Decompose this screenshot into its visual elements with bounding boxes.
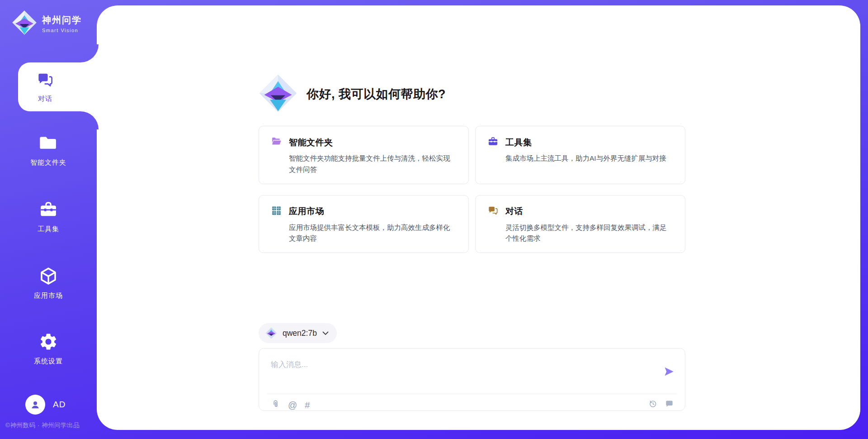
user-account[interactable]: AD <box>25 395 66 415</box>
composer-divider <box>267 394 677 394</box>
brand-name: 神州问学 <box>42 14 82 26</box>
card-title: 应用市场 <box>289 205 324 217</box>
card-title: 工具集 <box>505 137 532 148</box>
sidebar-item-label: 系统设置 <box>0 357 97 366</box>
feature-cards: 智能文件夹 智能文件夹功能支持批量文件上传与清洗，轻松实现文件问答 <box>259 126 685 253</box>
sidebar-item-label: 应用市场 <box>0 291 97 300</box>
sidebar-item-smart-folder[interactable]: 智能文件夹 <box>0 133 97 167</box>
chat-icon <box>36 71 54 91</box>
greeting: 你好, 我可以如何帮助你? <box>259 74 446 115</box>
sidebar: 神州问学 Smart Vision 对话 智能文件夹 <box>0 0 97 439</box>
diamond-logo-icon <box>265 327 277 339</box>
hash-icon[interactable]: # <box>305 400 310 410</box>
card-app-market[interactable]: 应用市场 应用市场提供丰富长文本模板，助力高效生成多样化文章内容 <box>259 195 469 253</box>
chat-bubble-icon[interactable] <box>665 399 674 410</box>
toolbox-icon <box>38 213 58 221</box>
user-initials: AD <box>53 400 66 410</box>
paperclip-icon[interactable] <box>271 399 280 411</box>
message-composer: @ # <box>259 348 685 411</box>
sidebar-item-label: 智能文件夹 <box>0 158 97 167</box>
brand-diamond-logo-icon <box>12 10 37 37</box>
folder-open-icon <box>271 136 282 149</box>
greeting-title: 你好, 我可以如何帮助你? <box>307 86 446 102</box>
sidebar-item-label: 工具集 <box>0 225 97 234</box>
card-description: 集成市场上主流工具，助力AI与外界无缝扩展与对接 <box>505 153 673 164</box>
copyright-footer: ©神州数码 · 神州问学出品 <box>5 421 80 429</box>
card-description: 智能文件夹功能支持批量文件上传与清洗，轻松实现文件问答 <box>289 153 457 176</box>
app-root: 神州问学 Smart Vision 对话 智能文件夹 <box>0 0 868 439</box>
history-icon[interactable] <box>648 399 658 410</box>
composer-tools-left: @ # <box>271 399 310 411</box>
grid-icon <box>271 205 282 218</box>
at-icon[interactable]: @ <box>288 400 297 410</box>
sidebar-item-label: 对话 <box>38 95 52 103</box>
card-title: 智能文件夹 <box>289 137 333 148</box>
diamond-logo-icon <box>259 74 297 115</box>
card-title: 对话 <box>505 205 523 217</box>
sidebar-item-toolset[interactable]: 工具集 <box>0 200 97 234</box>
send-icon[interactable] <box>663 366 675 377</box>
composer-tools-right <box>648 399 674 410</box>
brand: 神州问学 Smart Vision <box>12 10 82 37</box>
main-panel: 你好, 我可以如何帮助你? 智能文件夹 智能文件夹功能支持批量文件上传与清洗，轻… <box>97 5 860 430</box>
avatar <box>25 395 45 415</box>
folder-icon <box>38 147 58 154</box>
cube-icon <box>38 280 58 287</box>
gear-icon <box>38 345 58 353</box>
message-input[interactable] <box>271 359 660 386</box>
chat-icon <box>487 205 499 218</box>
toolbox-icon <box>487 136 499 149</box>
sidebar-item-app-market[interactable]: 应用市场 <box>0 266 97 300</box>
sidebar-item-settings[interactable]: 系统设置 <box>0 332 97 366</box>
chevron-down-icon <box>322 331 329 335</box>
card-description: 应用市场提供丰富长文本模板，助力高效生成多样化文章内容 <box>289 222 457 245</box>
brand-subtitle: Smart Vision <box>42 28 82 33</box>
sidebar-item-chat[interactable]: 对话 <box>18 62 99 111</box>
model-name: qwen2:7b <box>283 329 317 338</box>
card-toolset[interactable]: 工具集 集成市场上主流工具，助力AI与外界无缝扩展与对接 <box>475 126 685 184</box>
card-description: 灵活切换多模型文件，支持多样回复效果调试，满足个性化需求 <box>505 222 673 245</box>
card-chat[interactable]: 对话 灵活切换多模型文件，支持多样回复效果调试，满足个性化需求 <box>475 195 685 253</box>
model-selector[interactable]: qwen2:7b <box>259 323 337 343</box>
card-smart-folder[interactable]: 智能文件夹 智能文件夹功能支持批量文件上传与清洗，轻松实现文件问答 <box>259 126 469 184</box>
